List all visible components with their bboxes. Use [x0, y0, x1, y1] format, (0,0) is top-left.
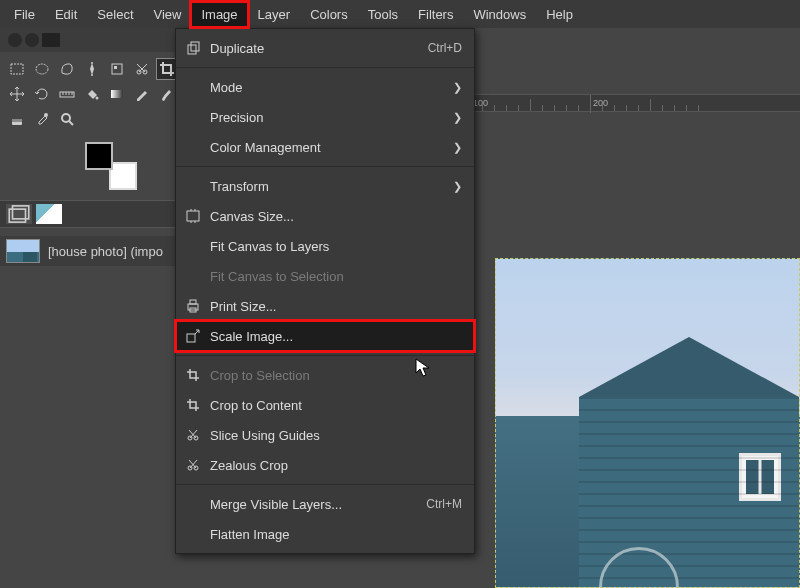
zealous-icon — [184, 456, 202, 474]
svg-rect-5 — [114, 66, 117, 69]
ruler-horizontal: 0100200 — [475, 94, 800, 112]
svg-point-13 — [44, 113, 48, 117]
menu-separator — [176, 355, 474, 356]
svg-point-9 — [96, 97, 99, 100]
menu-select[interactable]: Select — [87, 2, 143, 27]
menu-separator — [176, 166, 474, 167]
ruler-tick-label: 200 — [593, 98, 608, 108]
crop-icon — [184, 366, 202, 384]
menu-item-precision[interactable]: Precision❯ — [176, 102, 474, 132]
menu-item-label: Duplicate — [210, 41, 420, 56]
menu-image[interactable]: Image — [191, 2, 247, 27]
toolbox — [0, 52, 175, 136]
menu-windows[interactable]: Windows — [463, 2, 536, 27]
menu-item-label: Mode — [210, 80, 445, 95]
tool-eraser[interactable] — [6, 108, 28, 130]
menu-item-label: Scale Image... — [210, 329, 462, 344]
menu-item-label: Transform — [210, 179, 445, 194]
tool-zoom[interactable] — [56, 108, 78, 130]
menu-item-canvas-size[interactable]: Canvas Size... — [176, 201, 474, 231]
menu-item-label: Crop to Content — [210, 398, 462, 413]
menu-item-label: Precision — [210, 110, 445, 125]
menu-item-label: Color Management — [210, 140, 445, 155]
menu-item-label: Flatten Image — [210, 527, 462, 542]
menu-file[interactable]: File — [4, 2, 45, 27]
menu-item-color-management[interactable]: Color Management❯ — [176, 132, 474, 162]
blank-icon — [184, 495, 202, 513]
menu-item-flatten-image[interactable]: Flatten Image — [176, 519, 474, 549]
dock-tab-layers[interactable] — [6, 204, 32, 224]
menu-item-crop-to-content[interactable]: Crop to Content — [176, 390, 474, 420]
menu-edit[interactable]: Edit — [45, 2, 87, 27]
menu-item-print-size[interactable]: Print Size... — [176, 291, 474, 321]
menu-separator — [176, 484, 474, 485]
svg-point-3 — [91, 74, 93, 76]
menu-item-slice-using-guides[interactable]: Slice Using Guides — [176, 420, 474, 450]
svg-point-1 — [36, 64, 48, 74]
layer-item[interactable]: [house photo] (impo — [0, 236, 175, 266]
menu-item-merge-visible-layers[interactable]: Merge Visible Layers...Ctrl+M — [176, 489, 474, 519]
slice-icon — [184, 426, 202, 444]
menu-item-fit-canvas-to-selection: Fit Canvas to Selection — [176, 261, 474, 291]
blank-icon — [184, 78, 202, 96]
menu-item-label: Slice Using Guides — [210, 428, 462, 443]
tool-pencil[interactable] — [131, 83, 153, 105]
menu-item-label: Merge Visible Layers... — [210, 497, 418, 512]
blank-icon — [184, 267, 202, 285]
tool-color-picker[interactable] — [31, 108, 53, 130]
crop-icon — [184, 396, 202, 414]
tool-by-color-select[interactable] — [106, 58, 128, 80]
menu-item-zealous-crop[interactable]: Zealous Crop — [176, 450, 474, 480]
house-window — [739, 453, 781, 501]
tool-scissors[interactable] — [131, 58, 153, 80]
chevron-right-icon: ❯ — [453, 111, 462, 124]
menu-colors[interactable]: Colors — [300, 2, 358, 27]
menu-help[interactable]: Help — [536, 2, 583, 27]
menu-item-label: Print Size... — [210, 299, 462, 314]
print-icon — [184, 297, 202, 315]
dock-tabs — [0, 200, 175, 228]
toolbox-header — [0, 28, 175, 52]
menu-item-label: Fit Canvas to Selection — [210, 269, 462, 284]
tool-move[interactable] — [6, 83, 28, 105]
tool-gradient[interactable] — [106, 83, 128, 105]
dock-tab-thumbnail[interactable] — [36, 204, 62, 224]
svg-rect-21 — [190, 300, 196, 304]
tool-measure[interactable] — [56, 83, 78, 105]
canvas-icon — [184, 207, 202, 225]
menu-layer[interactable]: Layer — [248, 2, 301, 27]
tool-rect-select[interactable] — [6, 58, 28, 80]
tool-ellipse-select[interactable] — [31, 58, 53, 80]
blank-icon — [184, 108, 202, 126]
scale-icon — [184, 327, 202, 345]
menu-item-label: Canvas Size... — [210, 209, 462, 224]
tool-rotate[interactable] — [31, 83, 53, 105]
ruler-tick-label: 100 — [473, 98, 488, 108]
tool-free-select[interactable] — [56, 58, 78, 80]
svg-rect-18 — [191, 42, 199, 51]
image-canvas[interactable] — [495, 258, 800, 588]
menu-item-scale-image[interactable]: Scale Image... — [176, 321, 474, 351]
menu-item-duplicate[interactable]: DuplicateCtrl+D — [176, 33, 474, 63]
chevron-right-icon: ❯ — [453, 141, 462, 154]
menu-tools[interactable]: Tools — [358, 2, 408, 27]
svg-rect-19 — [187, 211, 199, 221]
svg-rect-12 — [12, 119, 22, 122]
tool-bucket[interactable] — [81, 83, 103, 105]
menu-view[interactable]: View — [144, 2, 192, 27]
menubar: FileEditSelectViewImageLayerColorsToolsF… — [0, 0, 800, 28]
svg-rect-17 — [188, 45, 196, 54]
menu-item-label: Crop to Selection — [210, 368, 462, 383]
menu-item-transform[interactable]: Transform❯ — [176, 171, 474, 201]
chevron-right-icon: ❯ — [453, 180, 462, 193]
menu-filters[interactable]: Filters — [408, 2, 463, 27]
menu-item-fit-canvas-to-layers[interactable]: Fit Canvas to Layers — [176, 231, 474, 261]
tool-fuzzy-select[interactable] — [81, 58, 103, 80]
menu-item-mode[interactable]: Mode❯ — [176, 72, 474, 102]
background-color-swatch[interactable] — [109, 162, 137, 190]
blank-icon — [184, 177, 202, 195]
foreground-color-swatch[interactable] — [85, 142, 113, 170]
svg-rect-10 — [111, 90, 123, 98]
color-swatches[interactable] — [85, 142, 137, 190]
chevron-right-icon: ❯ — [453, 81, 462, 94]
